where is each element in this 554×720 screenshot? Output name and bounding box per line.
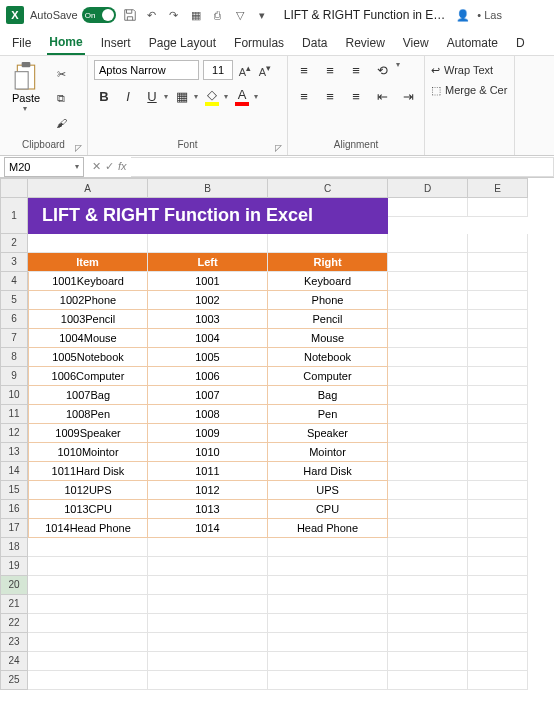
cell-right[interactable]: Pencil [268,310,388,329]
row-header-20[interactable]: 20 [0,576,28,595]
orientation-icon[interactable]: ⟲ [372,60,392,80]
cell-item[interactable]: 1008Pen [28,405,148,424]
cell[interactable] [28,614,148,633]
cell-item[interactable]: 1014Head Phone [28,519,148,538]
cell[interactable] [388,595,468,614]
row-header-18[interactable]: 18 [0,538,28,557]
align-bottom-icon[interactable]: ≡ [346,60,366,80]
cell[interactable] [28,557,148,576]
cell-left[interactable]: 1012 [148,481,268,500]
cell-right[interactable]: Pen [268,405,388,424]
cell[interactable] [388,253,468,272]
qat-overflow-icon[interactable]: ▾ [254,7,270,23]
cell[interactable] [468,519,528,538]
tab-insert[interactable]: Insert [99,32,133,54]
tab-review[interactable]: Review [343,32,386,54]
cell-left[interactable]: 1006 [148,367,268,386]
col-header-B[interactable]: B [148,178,268,198]
cell-right[interactable]: UPS [268,481,388,500]
bold-button[interactable]: B [94,86,114,106]
cell[interactable] [268,614,388,633]
clipboard-launcher-icon[interactable]: ◸ [75,143,85,153]
cell-item[interactable]: 1006Computer [28,367,148,386]
col-header-E[interactable]: E [468,178,528,198]
row-header-4[interactable]: 4 [0,272,28,291]
cell[interactable] [388,443,468,462]
row-header-14[interactable]: 14 [0,462,28,481]
align-left-icon[interactable]: ≡ [294,86,314,106]
cell[interactable] [268,234,388,253]
cell[interactable] [468,614,528,633]
paste-button[interactable]: Paste ▾ [6,60,46,137]
cell-left[interactable]: 1003 [148,310,268,329]
cell[interactable] [468,652,528,671]
cell-item[interactable]: 1012UPS [28,481,148,500]
align-right-icon[interactable]: ≡ [346,86,366,106]
underline-button[interactable]: U [142,86,162,106]
decrease-font-icon[interactable]: A▾ [257,62,273,78]
paste-dropdown-icon[interactable]: ▾ [23,104,27,113]
cell-right[interactable]: Notebook [268,348,388,367]
cell[interactable] [388,576,468,595]
col-header-D[interactable]: D [388,178,468,198]
cell[interactable] [28,671,148,690]
cell[interactable] [468,481,528,500]
cell-right[interactable]: Mointor [268,443,388,462]
italic-button[interactable]: I [118,86,138,106]
cell-item[interactable]: 1013CPU [28,500,148,519]
cell[interactable] [388,310,468,329]
cell[interactable] [268,576,388,595]
namebox-dropdown-icon[interactable]: ▾ [75,162,79,171]
cell[interactable] [468,576,528,595]
qat-icon-2[interactable]: ⎙ [210,7,226,23]
cell[interactable] [388,671,468,690]
row-header-21[interactable]: 21 [0,595,28,614]
row-header-24[interactable]: 24 [0,652,28,671]
cell[interactable] [468,386,528,405]
cell-right[interactable]: Speaker [268,424,388,443]
fx-icon[interactable]: fx [118,160,127,173]
autosave-toggle[interactable]: AutoSave On [30,7,116,23]
format-painter-icon[interactable]: 🖌 [52,114,70,132]
row-header-8[interactable]: 8 [0,348,28,367]
cell[interactable] [388,198,468,217]
row-header-16[interactable]: 16 [0,500,28,519]
cell[interactable] [28,652,148,671]
cell-left[interactable]: 1009 [148,424,268,443]
cell[interactable] [468,633,528,652]
underline-dropdown-icon[interactable]: ▾ [164,92,168,101]
cell[interactable] [388,462,468,481]
tab-page-layout[interactable]: Page Layout [147,32,218,54]
cell[interactable] [388,519,468,538]
font-name-input[interactable] [94,60,199,80]
cell[interactable] [148,576,268,595]
cell-left[interactable]: 1008 [148,405,268,424]
cell[interactable] [388,538,468,557]
row-header-6[interactable]: 6 [0,310,28,329]
save-icon[interactable] [122,7,138,23]
tab-automate[interactable]: Automate [445,32,500,54]
cell-right[interactable]: Computer [268,367,388,386]
tab-data[interactable]: Data [300,32,329,54]
cell[interactable] [148,557,268,576]
cell[interactable] [388,652,468,671]
cell[interactable] [468,348,528,367]
cell[interactable] [28,538,148,557]
cell-item[interactable]: 1003Pencil [28,310,148,329]
qat-icon-3[interactable]: ▽ [232,7,248,23]
cell[interactable] [388,557,468,576]
select-all-corner[interactable] [0,178,28,198]
cell-left[interactable]: 1014 [148,519,268,538]
cell[interactable] [268,557,388,576]
formula-input[interactable] [131,157,554,177]
cell[interactable] [468,253,528,272]
cell[interactable] [388,405,468,424]
row-header-1[interactable]: 1 [0,198,28,234]
cell[interactable] [388,367,468,386]
borders-icon[interactable]: ▦ [172,86,192,106]
cell-item[interactable]: 1005Notebook [28,348,148,367]
cell-left[interactable]: 1001 [148,272,268,291]
cell[interactable] [468,367,528,386]
cell[interactable] [468,595,528,614]
row-header-23[interactable]: 23 [0,633,28,652]
